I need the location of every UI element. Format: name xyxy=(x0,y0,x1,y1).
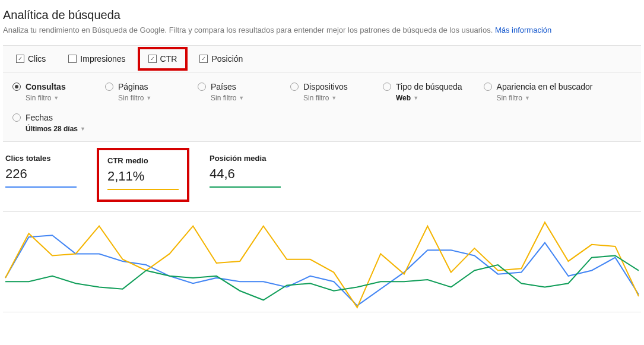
highlight-ctr-checkbox: CTR xyxy=(138,47,188,71)
series-posición xyxy=(5,255,639,300)
stat-posicion: Posición media 44,6 xyxy=(210,154,281,196)
stat-clics: Clics totales 226 xyxy=(5,154,77,196)
series-ctr xyxy=(5,222,639,307)
radio-icon xyxy=(484,83,492,91)
chevron-down-icon: ▼ xyxy=(413,95,418,101)
highlight-ctr-stat: CTR medio 2,11% xyxy=(97,148,189,202)
series-clics xyxy=(5,235,639,305)
checkbox-icon xyxy=(148,55,157,63)
checkbox-icon xyxy=(68,55,77,63)
dimension-consultas[interactable]: Consultas Sin filtro▼ xyxy=(12,82,84,102)
radio-icon xyxy=(290,83,299,91)
dimension-dispositivos-filter[interactable]: Sin filtro▼ xyxy=(303,94,361,102)
summary-stats: Clics totales 226 CTR medio 2,11% Posici… xyxy=(3,142,641,203)
dimension-tipo-filter[interactable]: Web▼ xyxy=(396,94,462,102)
chevron-down-icon: ▼ xyxy=(80,126,85,132)
metric-impresiones[interactable]: Impresiones xyxy=(65,52,129,66)
dimension-consultas-filter[interactable]: Sin filtro▼ xyxy=(26,94,84,102)
dimension-dispositivos[interactable]: Dispositivos Sin filtro▼ xyxy=(290,82,361,102)
dimension-apariencia[interactable]: Apariencia en el buscador Sin filtro▼ xyxy=(484,82,593,102)
dimension-fechas[interactable]: Fechas Últimos 28 días▼ xyxy=(12,113,85,133)
page-title: Analítica de búsqueda xyxy=(3,8,641,22)
dimension-paginas[interactable]: Páginas Sin filtro▼ xyxy=(105,82,176,102)
radio-icon xyxy=(383,83,391,91)
chevron-down-icon: ▼ xyxy=(239,95,244,101)
chevron-down-icon: ▼ xyxy=(331,95,337,101)
radio-icon xyxy=(198,83,206,91)
radio-icon xyxy=(12,113,21,122)
stat-ctr: CTR medio 2,11% xyxy=(107,156,179,194)
page-subtitle: Analiza tu rendimiento en Búsqueda de Go… xyxy=(3,26,641,34)
chevron-down-icon: ▼ xyxy=(53,95,59,101)
metric-posicion[interactable]: Posición xyxy=(196,52,246,66)
radio-icon xyxy=(12,83,21,91)
dimension-paginas-filter[interactable]: Sin filtro▼ xyxy=(118,94,176,102)
metric-ctr[interactable]: CTR xyxy=(145,52,181,66)
dimension-paises-filter[interactable]: Sin filtro▼ xyxy=(211,94,269,102)
chevron-down-icon: ▼ xyxy=(525,95,530,101)
more-info-link[interactable]: Más información xyxy=(495,26,551,34)
dimension-fechas-filter[interactable]: Últimos 28 días▼ xyxy=(26,125,85,133)
chevron-down-icon: ▼ xyxy=(146,95,151,101)
dimension-paises[interactable]: Países Sin filtro▼ xyxy=(198,82,269,102)
metric-row: Clics Impresiones CTR Posición xyxy=(3,46,641,72)
metric-clics[interactable]: Clics xyxy=(12,52,49,66)
checkbox-icon xyxy=(199,55,208,63)
filter-panel: Clics Impresiones CTR Posición Consultas xyxy=(3,45,641,142)
radio-icon xyxy=(105,83,113,91)
dimension-tipo[interactable]: Tipo de búsqueda Web▼ xyxy=(383,82,462,102)
dimension-rows: Consultas Sin filtro▼ Páginas Sin filtro… xyxy=(3,72,641,141)
dimension-apariencia-filter[interactable]: Sin filtro▼ xyxy=(497,94,593,102)
checkbox-icon xyxy=(16,55,24,63)
trend-chart xyxy=(3,211,641,312)
